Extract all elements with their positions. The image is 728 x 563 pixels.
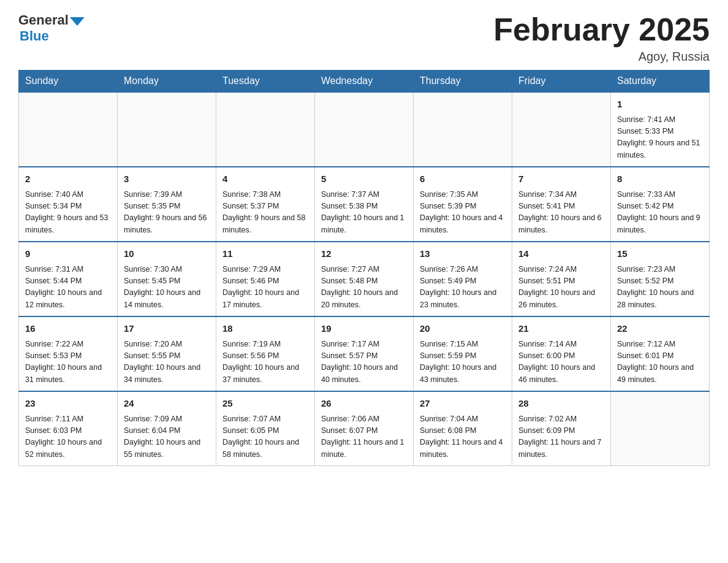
calendar-cell — [315, 92, 414, 167]
day-number: 9 — [25, 247, 111, 261]
day-number: 27 — [420, 397, 506, 411]
day-number: 11 — [222, 247, 308, 261]
calendar-cell — [118, 92, 216, 167]
calendar-cell: 23Sunrise: 7:11 AM Sunset: 6:03 PM Dayli… — [19, 391, 118, 466]
day-info: Sunrise: 7:09 AM Sunset: 6:04 PM Dayligh… — [124, 413, 210, 461]
logo-general-text: General — [18, 12, 69, 28]
calendar-cell: 27Sunrise: 7:04 AM Sunset: 6:08 PM Dayli… — [414, 391, 512, 466]
col-friday: Friday — [512, 71, 611, 93]
day-number: 25 — [222, 397, 308, 411]
week-row-4: 16Sunrise: 7:22 AM Sunset: 5:53 PM Dayli… — [19, 316, 710, 391]
calendar-cell: 20Sunrise: 7:15 AM Sunset: 5:59 PM Dayli… — [414, 316, 512, 391]
day-number: 6 — [420, 172, 506, 186]
calendar-header-row: Sunday Monday Tuesday Wednesday Thursday… — [19, 71, 710, 93]
day-number: 2 — [25, 172, 111, 186]
logo-arrow-icon — [70, 17, 85, 26]
day-number: 12 — [321, 247, 407, 261]
calendar-cell: 14Sunrise: 7:24 AM Sunset: 5:51 PM Dayli… — [512, 242, 611, 316]
day-info: Sunrise: 7:11 AM Sunset: 6:03 PM Dayligh… — [25, 413, 111, 461]
day-info: Sunrise: 7:29 AM Sunset: 5:46 PM Dayligh… — [222, 264, 308, 312]
page-header: General Blue February 2025 Agoy, Russia — [18, 12, 710, 64]
day-info: Sunrise: 7:35 AM Sunset: 5:39 PM Dayligh… — [420, 189, 506, 237]
logo: General Blue — [18, 12, 85, 44]
calendar-cell — [611, 391, 710, 466]
calendar-cell — [19, 92, 118, 167]
calendar-cell: 17Sunrise: 7:20 AM Sunset: 5:55 PM Dayli… — [118, 316, 216, 391]
day-info: Sunrise: 7:37 AM Sunset: 5:38 PM Dayligh… — [321, 189, 407, 237]
calendar-cell: 24Sunrise: 7:09 AM Sunset: 6:04 PM Dayli… — [118, 391, 216, 466]
day-number: 15 — [617, 247, 703, 261]
day-info: Sunrise: 7:23 AM Sunset: 5:52 PM Dayligh… — [617, 264, 703, 312]
logo-blue-text: Blue — [20, 28, 49, 44]
col-wednesday: Wednesday — [315, 71, 414, 93]
logo-top: General — [18, 12, 85, 28]
calendar-cell: 2Sunrise: 7:40 AM Sunset: 5:34 PM Daylig… — [19, 167, 118, 242]
day-number: 14 — [518, 247, 604, 261]
calendar-cell: 13Sunrise: 7:26 AM Sunset: 5:49 PM Dayli… — [414, 242, 512, 316]
calendar-cell — [216, 92, 315, 167]
day-info: Sunrise: 7:30 AM Sunset: 5:45 PM Dayligh… — [124, 264, 210, 312]
calendar-cell: 6Sunrise: 7:35 AM Sunset: 5:39 PM Daylig… — [414, 167, 512, 242]
calendar-cell: 5Sunrise: 7:37 AM Sunset: 5:38 PM Daylig… — [315, 167, 414, 242]
day-info: Sunrise: 7:22 AM Sunset: 5:53 PM Dayligh… — [25, 339, 111, 386]
calendar-cell: 8Sunrise: 7:33 AM Sunset: 5:42 PM Daylig… — [611, 167, 710, 242]
calendar-cell: 25Sunrise: 7:07 AM Sunset: 6:05 PM Dayli… — [216, 391, 315, 466]
calendar-cell — [512, 92, 611, 167]
day-info: Sunrise: 7:07 AM Sunset: 6:05 PM Dayligh… — [222, 413, 308, 461]
day-info: Sunrise: 7:38 AM Sunset: 5:37 PM Dayligh… — [222, 189, 308, 237]
calendar-subtitle: Agoy, Russia — [493, 50, 710, 64]
calendar-cell: 21Sunrise: 7:14 AM Sunset: 6:00 PM Dayli… — [512, 316, 611, 391]
week-row-2: 2Sunrise: 7:40 AM Sunset: 5:34 PM Daylig… — [19, 167, 710, 242]
day-info: Sunrise: 7:06 AM Sunset: 6:07 PM Dayligh… — [321, 413, 407, 461]
day-info: Sunrise: 7:31 AM Sunset: 5:44 PM Dayligh… — [25, 264, 111, 312]
day-number: 22 — [617, 322, 703, 336]
calendar-cell: 18Sunrise: 7:19 AM Sunset: 5:56 PM Dayli… — [216, 316, 315, 391]
day-number: 26 — [321, 397, 407, 411]
day-info: Sunrise: 7:34 AM Sunset: 5:41 PM Dayligh… — [518, 189, 604, 237]
day-number: 24 — [124, 397, 210, 411]
day-info: Sunrise: 7:33 AM Sunset: 5:42 PM Dayligh… — [617, 189, 703, 237]
day-info: Sunrise: 7:02 AM Sunset: 6:09 PM Dayligh… — [518, 413, 604, 461]
calendar-cell — [414, 92, 512, 167]
day-info: Sunrise: 7:39 AM Sunset: 5:35 PM Dayligh… — [124, 189, 210, 237]
day-number: 8 — [617, 172, 703, 186]
day-number: 16 — [25, 322, 111, 336]
day-info: Sunrise: 7:40 AM Sunset: 5:34 PM Dayligh… — [25, 189, 111, 237]
calendar-cell: 28Sunrise: 7:02 AM Sunset: 6:09 PM Dayli… — [512, 391, 611, 466]
calendar-cell: 10Sunrise: 7:30 AM Sunset: 5:45 PM Dayli… — [118, 242, 216, 316]
day-info: Sunrise: 7:12 AM Sunset: 6:01 PM Dayligh… — [617, 339, 703, 386]
day-info: Sunrise: 7:24 AM Sunset: 5:51 PM Dayligh… — [518, 264, 604, 312]
day-info: Sunrise: 7:20 AM Sunset: 5:55 PM Dayligh… — [124, 339, 210, 386]
calendar-cell: 4Sunrise: 7:38 AM Sunset: 5:37 PM Daylig… — [216, 167, 315, 242]
day-number: 18 — [222, 322, 308, 336]
col-saturday: Saturday — [611, 71, 710, 93]
calendar-cell: 7Sunrise: 7:34 AM Sunset: 5:41 PM Daylig… — [512, 167, 611, 242]
day-info: Sunrise: 7:15 AM Sunset: 5:59 PM Dayligh… — [420, 339, 506, 386]
day-number: 13 — [420, 247, 506, 261]
calendar-cell: 1Sunrise: 7:41 AM Sunset: 5:33 PM Daylig… — [611, 92, 710, 167]
calendar-cell: 19Sunrise: 7:17 AM Sunset: 5:57 PM Dayli… — [315, 316, 414, 391]
day-number: 17 — [124, 322, 210, 336]
day-number: 5 — [321, 172, 407, 186]
day-info: Sunrise: 7:41 AM Sunset: 5:33 PM Dayligh… — [617, 114, 703, 162]
day-number: 7 — [518, 172, 604, 186]
col-sunday: Sunday — [19, 71, 118, 93]
day-number: 20 — [420, 322, 506, 336]
calendar-cell: 16Sunrise: 7:22 AM Sunset: 5:53 PM Dayli… — [19, 316, 118, 391]
day-info: Sunrise: 7:04 AM Sunset: 6:08 PM Dayligh… — [420, 413, 506, 461]
calendar-cell: 15Sunrise: 7:23 AM Sunset: 5:52 PM Dayli… — [611, 242, 710, 316]
day-info: Sunrise: 7:27 AM Sunset: 5:48 PM Dayligh… — [321, 264, 407, 312]
calendar-table: Sunday Monday Tuesday Wednesday Thursday… — [18, 70, 710, 466]
week-row-3: 9Sunrise: 7:31 AM Sunset: 5:44 PM Daylig… — [19, 242, 710, 316]
day-number: 19 — [321, 322, 407, 336]
calendar-cell: 9Sunrise: 7:31 AM Sunset: 5:44 PM Daylig… — [19, 242, 118, 316]
week-row-5: 23Sunrise: 7:11 AM Sunset: 6:03 PM Dayli… — [19, 391, 710, 466]
col-monday: Monday — [118, 71, 216, 93]
calendar-cell: 11Sunrise: 7:29 AM Sunset: 5:46 PM Dayli… — [216, 242, 315, 316]
day-info: Sunrise: 7:14 AM Sunset: 6:00 PM Dayligh… — [518, 339, 604, 386]
day-number: 21 — [518, 322, 604, 336]
week-row-1: 1Sunrise: 7:41 AM Sunset: 5:33 PM Daylig… — [19, 92, 710, 167]
day-info: Sunrise: 7:17 AM Sunset: 5:57 PM Dayligh… — [321, 339, 407, 386]
day-number: 4 — [222, 172, 308, 186]
title-block: February 2025 Agoy, Russia — [493, 12, 710, 64]
